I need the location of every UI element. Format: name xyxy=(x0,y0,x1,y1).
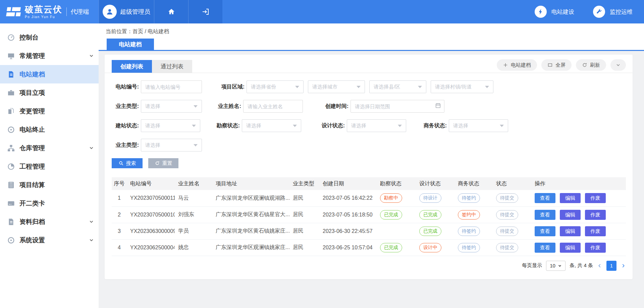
sidebar-item-dashboard[interactable]: 控制台 xyxy=(0,28,99,47)
owner-type-label: 业主类型: xyxy=(112,103,139,110)
edit-button[interactable]: 编辑 xyxy=(560,226,581,236)
sidebar-item-station-termination[interactable]: 电站终止 xyxy=(0,120,99,139)
owner-type-select[interactable]: 请选择 xyxy=(141,100,202,113)
row-index: 4 xyxy=(112,239,127,256)
edit-button[interactable]: 编辑 xyxy=(560,243,581,253)
logout-button[interactable] xyxy=(188,0,222,23)
next-page-button[interactable] xyxy=(621,263,626,268)
collapse-button[interactable] xyxy=(610,59,626,71)
nav-station-build[interactable]: 电站建设 xyxy=(535,6,574,18)
col-header: 项目地址 xyxy=(212,177,289,190)
view-button[interactable]: 查看 xyxy=(535,243,555,253)
caret-down-icon xyxy=(485,86,489,88)
city-select[interactable]: 请选择城市 xyxy=(308,80,365,93)
table-row: 1 YX2023070500011 马云 广东深圳龙华区观澜镇观湖路... 居民… xyxy=(112,190,626,206)
sidebar-item-project-settlement[interactable]: 项目结算 xyxy=(0,176,99,194)
row-index: 1 xyxy=(112,190,127,206)
sidebar-item-engineering-mgmt[interactable]: 工程管理 xyxy=(0,157,99,176)
sidebar-item-data-archive[interactable]: 资料归档 xyxy=(0,212,99,231)
province-select[interactable]: 请选择省份 xyxy=(247,80,304,93)
view-button[interactable]: 查看 xyxy=(535,210,555,220)
station-code-input[interactable] xyxy=(141,80,202,93)
created-date: 2023-07-05 16:18:50 xyxy=(319,206,377,223)
sidebar-item-label: 变更管理 xyxy=(19,107,45,116)
user-name: 超级管理员 xyxy=(120,8,150,16)
chevron-down-icon xyxy=(558,264,562,268)
fullscreen-button[interactable]: 全屏 xyxy=(541,59,572,71)
survey-status-empty xyxy=(377,223,416,239)
page-tab-station-archive[interactable]: 电站建档 xyxy=(107,39,154,50)
region-label: 项目区域: xyxy=(217,83,245,90)
void-button[interactable]: 作废 xyxy=(585,210,606,220)
col-header: 创建日期 xyxy=(319,177,377,190)
survey-status-select[interactable]: 请选择 xyxy=(242,119,301,132)
chevron-down-icon xyxy=(89,53,94,58)
void-button[interactable]: 作废 xyxy=(585,243,606,253)
sidebar-item-system-settings[interactable]: 系统设置 xyxy=(0,231,99,249)
project-address: 广东深圳龙华区观澜镇观湖路... xyxy=(212,190,289,206)
user-menu[interactable]: 超级管理员 xyxy=(99,0,154,23)
reset-icon xyxy=(155,161,160,166)
design-status-badge: 待设计 xyxy=(419,193,441,203)
survey-status-placeholder: 请选择 xyxy=(246,123,261,129)
sidebar-item-label: 系统设置 xyxy=(19,236,45,245)
date-range-input[interactable] xyxy=(351,100,444,113)
owner-type2-select[interactable]: 请选择 xyxy=(141,139,202,151)
sidebar-item-general-mgmt[interactable]: 常规管理 xyxy=(0,47,99,65)
status-badge: 待提交 xyxy=(496,193,518,203)
refresh-button[interactable]: 刷新 xyxy=(576,59,606,71)
sidebar-item-change-mgmt[interactable]: 变更管理 xyxy=(0,102,99,120)
tab-passed-list[interactable]: 通过列表 xyxy=(152,60,192,73)
col-header: 序号 xyxy=(112,177,127,190)
total-count-label: 条, 共 4 条 xyxy=(570,262,593,269)
owner-type: 居民 xyxy=(289,223,319,239)
owner-type: 居民 xyxy=(289,190,319,206)
sidebar-item-class2-card[interactable]: 开二类卡 xyxy=(0,194,99,212)
owner-name-label: 业主姓名: xyxy=(214,103,241,110)
per-page-select[interactable]: 10 xyxy=(546,261,566,271)
home-icon xyxy=(167,8,175,16)
sidebar-item-label: 工程管理 xyxy=(19,162,45,171)
view-button[interactable]: 查看 xyxy=(535,193,555,203)
tab-create-list[interactable]: 创建列表 xyxy=(112,60,152,73)
page-number-current[interactable]: 1 xyxy=(606,261,616,271)
refresh-icon xyxy=(582,62,587,68)
build-status-select[interactable]: 请选择 xyxy=(141,119,200,132)
view-button[interactable]: 查看 xyxy=(535,226,555,236)
sidebar-item-label: 项目结算 xyxy=(19,181,45,189)
chevron-left-icon xyxy=(597,263,602,268)
search-label: 搜索 xyxy=(126,160,136,167)
design-status-select[interactable]: 请选择 xyxy=(347,119,406,132)
owner-type-placeholder: 请选择 xyxy=(145,103,160,110)
owner-name-input[interactable] xyxy=(243,100,303,113)
station-code: YX2023070500010 xyxy=(127,206,175,223)
col-header: 勘察状态 xyxy=(377,177,416,190)
nav-monitor-ops[interactable]: 监控运维 xyxy=(593,6,633,18)
edit-button[interactable]: 编辑 xyxy=(560,210,581,220)
prev-page-button[interactable] xyxy=(597,263,602,268)
status-badge: 待提交 xyxy=(496,210,518,220)
chevron-down-icon xyxy=(89,238,94,243)
town-placeholder: 请选择村镇/街道 xyxy=(435,84,472,90)
calendar-icon xyxy=(435,103,441,109)
county-select[interactable]: 请选择县/区 xyxy=(369,80,426,93)
sidebar-item-warehouse-mgmt[interactable]: 仓库管理 xyxy=(0,139,99,157)
reset-button[interactable]: 重置 xyxy=(148,158,178,168)
sidebar-item-label: 仓库管理 xyxy=(19,144,45,152)
create-station-button[interactable]: 电站建档 xyxy=(497,59,537,71)
filter-actions: 搜索 重置 xyxy=(105,158,633,168)
town-select[interactable]: 请选择村镇/街道 xyxy=(431,80,493,93)
archive-icon xyxy=(7,218,15,226)
void-button[interactable]: 作废 xyxy=(585,193,606,203)
void-button[interactable]: 作废 xyxy=(585,226,606,236)
per-page-label: 每页显示 xyxy=(522,262,542,269)
project-address: 广东深圳龙华区黄石镇姚家庄... xyxy=(212,223,289,239)
search-button[interactable]: 搜索 xyxy=(112,158,143,168)
sidebar-item-station-archive[interactable]: 电站建档 xyxy=(0,65,99,83)
edit-button[interactable]: 编辑 xyxy=(560,193,581,203)
date-range-picker[interactable] xyxy=(351,100,444,113)
business-status-select[interactable]: 请选择 xyxy=(449,119,508,132)
home-button[interactable] xyxy=(154,0,188,23)
sidebar-item-project-initiation[interactable]: 项目立项 xyxy=(0,83,99,102)
caret-down-icon xyxy=(418,86,422,88)
